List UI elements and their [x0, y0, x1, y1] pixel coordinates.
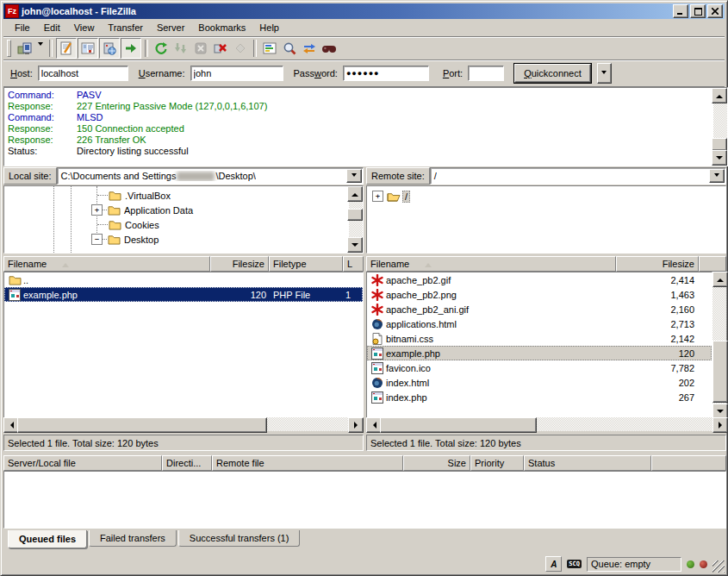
- file-row[interactable]: index.php 267: [367, 390, 712, 404]
- dropdown-arrow-icon: [601, 71, 607, 77]
- scroll-down-button[interactable]: [712, 150, 727, 166]
- menu-edit[interactable]: Edit: [37, 21, 67, 34]
- tree-item-virtualbox[interactable]: .VirtualBox: [4, 188, 347, 203]
- refresh-button[interactable]: [152, 39, 171, 58]
- remote-column-filesize[interactable]: Filesize: [616, 256, 699, 272]
- filesize: 2,160: [670, 304, 694, 315]
- tree-item-desktop[interactable]: − Desktop: [4, 232, 347, 247]
- file-row[interactable]: apache_pb2.gif 2,414: [367, 272, 712, 287]
- arrow-up-icon: [352, 190, 358, 197]
- local-path-dropdown[interactable]: [346, 169, 362, 183]
- tree-item-root[interactable]: + /: [367, 189, 725, 203]
- site-manager-dropdown[interactable]: [35, 39, 46, 58]
- scroll-down-button[interactable]: [347, 237, 363, 253]
- toggle-queue-button[interactable]: [121, 38, 141, 59]
- expand-minus-icon[interactable]: −: [91, 234, 103, 245]
- file-row[interactable]: apache_pb2.png 1,463: [367, 287, 712, 302]
- process-queue-button[interactable]: [171, 39, 190, 58]
- file-row[interactable]: index.html 202: [367, 375, 712, 390]
- port-input[interactable]: [468, 66, 504, 81]
- scrollbar-thumb[interactable]: [712, 341, 728, 403]
- scroll-right-button[interactable]: [712, 417, 728, 433]
- local-site-pane: Local site: C:\Documents and Settings\De…: [3, 167, 364, 254]
- queue-column-priority[interactable]: Priority: [470, 455, 524, 471]
- file-row-selected[interactable]: example.php 120: [367, 346, 712, 360]
- scroll-up-button[interactable]: [712, 272, 728, 287]
- queue-column-remote-file[interactable]: Remote file: [212, 455, 403, 471]
- reconnect-button[interactable]: [231, 39, 250, 58]
- local-column-filesize[interactable]: Filesize: [210, 256, 269, 272]
- local-status-bar: Selected 1 file. Total size: 120 bytes: [3, 435, 364, 451]
- toolbar-grip[interactable]: [7, 40, 11, 57]
- queue-column-direction[interactable]: Directi...: [162, 455, 212, 471]
- queue-column-size[interactable]: Size: [403, 455, 470, 471]
- menu-bookmarks[interactable]: Bookmarks: [191, 21, 252, 34]
- cancel-operation-button[interactable]: [191, 39, 210, 58]
- menu-server[interactable]: Server: [150, 21, 191, 34]
- local-column-lastmodified[interactable]: L: [343, 256, 364, 272]
- resize-grip[interactable]: [712, 560, 725, 573]
- scrollbar-thumb[interactable]: [17, 417, 267, 433]
- folder-icon: [108, 190, 121, 201]
- host-input[interactable]: [38, 66, 128, 81]
- file-row-example-php[interactable]: example.php 120 PHP File 1: [4, 287, 363, 302]
- filezilla-window: Fz john@localhost - FileZilla File Edit …: [0, 0, 728, 576]
- refresh-icon: [154, 41, 168, 55]
- remote-column-filename[interactable]: Filename: [366, 256, 616, 272]
- remote-path-dropdown[interactable]: [709, 169, 725, 183]
- file-row[interactable]: apache_pb2_ani.gif 2,160: [367, 302, 712, 316]
- scroll-right-button[interactable]: [348, 417, 364, 433]
- toggle-message-log-button[interactable]: [56, 38, 77, 59]
- log-text: Directory listing successful: [77, 146, 189, 157]
- file-row[interactable]: applications.html 2,713: [367, 316, 712, 331]
- menu-transfer[interactable]: Transfer: [101, 21, 150, 34]
- local-path-combobox[interactable]: C:\Documents and Settings\Desktop\: [57, 167, 364, 185]
- synchronized-browsing-button[interactable]: [300, 39, 319, 58]
- menu-file[interactable]: File: [8, 21, 37, 34]
- directory-comparison-button[interactable]: [280, 39, 299, 58]
- local-column-filetype[interactable]: Filetype: [269, 256, 343, 272]
- scrollbar-thumb[interactable]: [347, 209, 363, 221]
- remote-site-label: Remote site:: [366, 167, 430, 185]
- tab-successful-transfers[interactable]: Successful transfers (1): [178, 530, 301, 547]
- queue-column-server-local-file[interactable]: Server/Local file: [3, 455, 162, 471]
- local-column-filename[interactable]: Filename: [3, 256, 210, 272]
- disconnect-button[interactable]: [211, 39, 230, 58]
- tree-item-cookies[interactable]: Cookies: [4, 217, 347, 232]
- file-row[interactable]: bitnami.css 2,142: [367, 331, 712, 346]
- title-bar[interactable]: Fz john@localhost - FileZilla: [3, 3, 725, 19]
- filename: apache_pb2_ani.gif: [386, 304, 469, 315]
- site-manager-button[interactable]: [16, 39, 34, 58]
- find-files-button[interactable]: [320, 39, 339, 58]
- remote-path-combobox[interactable]: /: [430, 167, 726, 185]
- php-file-icon: [8, 289, 22, 301]
- file-row[interactable]: favicon.ico 7,782: [367, 360, 712, 375]
- tab-queued-files[interactable]: Queued files: [8, 530, 87, 548]
- quickconnect-dropdown[interactable]: [597, 63, 612, 84]
- minimize-button[interactable]: [673, 4, 688, 18]
- toolbar-separator: [253, 40, 257, 57]
- dropdown-arrow-icon: [352, 173, 357, 179]
- password-input[interactable]: [343, 66, 429, 81]
- quickconnect-button[interactable]: Quickconnect: [514, 64, 591, 83]
- menu-view[interactable]: View: [67, 21, 102, 34]
- close-button[interactable]: [707, 4, 723, 18]
- tree-item-application-data[interactable]: + Application Data: [4, 203, 347, 217]
- menu-help[interactable]: Help: [252, 21, 286, 34]
- toggle-remote-tree-button[interactable]: [99, 38, 120, 59]
- scrollbar-thumb[interactable]: [712, 138, 727, 151]
- scroll-up-button[interactable]: [347, 186, 363, 202]
- filter-button[interactable]: [260, 39, 279, 58]
- filezilla-logo-icon: Fz: [5, 4, 19, 18]
- queue-column-status[interactable]: Status: [524, 455, 651, 471]
- scrollbar-thumb[interactable]: [380, 417, 537, 433]
- expand-plus-icon[interactable]: +: [372, 191, 383, 202]
- file-row-parent-dir[interactable]: ..: [4, 272, 363, 287]
- username-input[interactable]: [190, 66, 283, 81]
- remote-column-spacer: [699, 256, 726, 272]
- scroll-up-button[interactable]: [712, 88, 727, 103]
- toggle-local-tree-button[interactable]: [78, 38, 98, 59]
- tab-failed-transfers[interactable]: Failed transfers: [89, 530, 177, 547]
- maximize-button[interactable]: [690, 4, 706, 18]
- expand-plus-icon[interactable]: +: [91, 204, 103, 216]
